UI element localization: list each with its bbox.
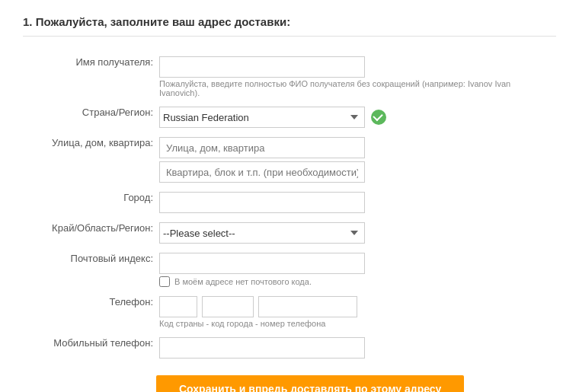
country-select[interactable]: Russian Federation — [159, 107, 365, 128]
postal-input[interactable] — [159, 253, 365, 274]
region-select[interactable]: --Please select-- — [159, 222, 365, 244]
recipient-label: Имя получателя: — [23, 52, 156, 102]
city-field-cell — [156, 187, 556, 218]
city-label: Город: — [23, 187, 156, 218]
phone-number-input[interactable] — [258, 296, 357, 317]
no-postal-label: В моём адресе нет почтового кода. — [174, 277, 312, 286]
street-row: Улица, дом, квартира: — [23, 132, 556, 187]
region-label: Край/Область/Регион: — [23, 218, 156, 248]
postal-row: Почтовый индекс: В моём адресе нет почто… — [23, 248, 556, 292]
save-button-container: Сохранить и впредь доставлять по этому а… — [23, 363, 556, 392]
recipient-input[interactable] — [159, 56, 365, 78]
recipient-hint: Пожалуйста, введите полностью ФИО получа… — [159, 79, 525, 97]
phone-group — [159, 296, 553, 317]
delivery-form: Имя получателя: Пожалуйста, введите полн… — [23, 52, 556, 363]
phone-row: Телефон: Код страны - код города - номер… — [23, 292, 556, 333]
mobile-input[interactable] — [159, 337, 365, 359]
mobile-field-cell — [156, 333, 556, 363]
postal-label: Почтовый индекс: — [23, 248, 156, 292]
no-postal-checkbox[interactable] — [159, 276, 170, 287]
mobile-label: Мобильный телефон: — [23, 333, 156, 363]
phone-country-code-input[interactable] — [159, 296, 197, 317]
phone-field-cell: Код страны - код города - номер телефона — [156, 292, 556, 333]
country-row: Страна/Регион: Russian Federation — [23, 102, 556, 132]
country-label: Страна/Регион: — [23, 102, 156, 132]
page-container: 1. Пожалуйста, заполните ваш адрес доста… — [0, 0, 579, 392]
save-button[interactable]: Сохранить и впредь доставлять по этому а… — [156, 375, 464, 392]
page-title: 1. Пожалуйста, заполните ваш адрес доста… — [23, 15, 556, 37]
recipient-field-cell: Пожалуйста, введите полностью ФИО получа… — [156, 52, 556, 102]
mobile-row: Мобильный телефон: — [23, 333, 556, 363]
phone-label: Телефон: — [23, 292, 156, 333]
region-row: Край/Область/Регион: --Please select-- — [23, 218, 556, 248]
street-field-cell — [156, 132, 556, 187]
country-verified-icon — [371, 110, 386, 125]
country-field-cell: Russian Federation — [156, 102, 556, 132]
postal-field-cell: В моём адресе нет почтового кода. — [156, 248, 556, 292]
street2-input[interactable] — [159, 161, 365, 183]
region-field-cell: --Please select-- — [156, 218, 556, 248]
street-label: Улица, дом, квартира: — [23, 132, 156, 187]
city-row: Город: — [23, 187, 556, 218]
recipient-row: Имя получателя: Пожалуйста, введите полн… — [23, 52, 556, 102]
country-select-group: Russian Federation — [159, 107, 553, 128]
street-input[interactable] — [159, 137, 365, 158]
phone-hint: Код страны - код города - номер телефона — [159, 319, 525, 328]
no-postal-row: В моём адресе нет почтового кода. — [159, 276, 553, 287]
phone-city-code-input[interactable] — [202, 296, 254, 317]
city-input[interactable] — [159, 192, 365, 213]
